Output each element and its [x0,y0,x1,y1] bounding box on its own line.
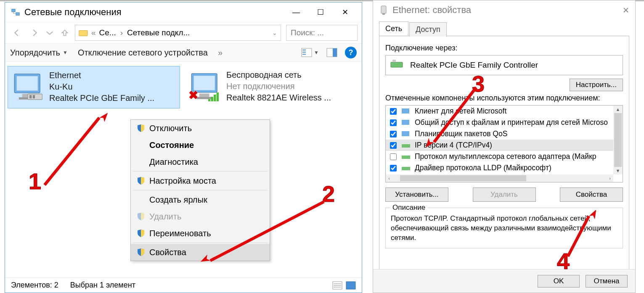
component-item[interactable]: Драйвер протокола LLDP (Майкрософт) [386,162,613,174]
preview-pane-icon[interactable] [326,48,337,57]
breadcrumb-seg[interactable]: Се... [99,28,116,37]
help-button[interactable]: ? [345,47,357,58]
menu-delete[interactable]: Удалить [131,208,270,225]
breadcrumb-seg[interactable]: Сетевые подкл... [127,28,190,37]
menu-status[interactable]: Состояние [131,137,270,153]
toolbar: Упорядочить▼ Отключение сетевого устройс… [5,43,362,62]
disconnected-x-icon: ✖ [188,88,198,102]
menu-rename[interactable]: Переименовать [131,225,270,242]
remove-button[interactable]: Удалить [473,187,536,202]
svg-rect-14 [79,31,87,36]
description-group: Описание Протокол TCP/IP. Стандартный пр… [385,208,623,248]
adapter-icon [390,60,404,71]
svg-rect-18 [302,54,306,55]
ok-button[interactable]: OK [538,275,580,288]
up-button[interactable] [57,25,72,40]
connection-ethernet[interactable]: Ethernet Ku-Ku Realtek PCIe GbE Family .… [8,66,180,108]
menu-diagnose[interactable]: Диагностика [131,153,270,170]
status-selected: Выбран 1 элемент [70,281,135,290]
component-item[interactable]: Протокол мультиплексора сетевого адаптер… [386,151,613,162]
search-placeholder: Поиск: ... [291,28,324,37]
svg-rect-35 [402,167,410,170]
tab-sharing[interactable]: Доступ [409,22,447,37]
connection-status: Ku-Ku [49,82,154,92]
menu-bridge[interactable]: Настройка моста [131,172,270,189]
svg-rect-16 [302,50,306,50]
component-item[interactable]: Общий доступ к файлам и принтерам для се… [386,117,613,128]
svg-rect-30 [402,108,409,114]
network-icon [11,8,20,17]
component-icon [401,142,411,149]
svg-rect-33 [402,144,410,148]
component-icon [401,164,411,172]
overflow-button[interactable]: » [218,48,223,58]
connection-wireless[interactable]: ✖ Беспроводная сеть Нет подключения Real… [185,66,358,108]
status-bar: Элементов: 2 Выбран 1 элемент [5,277,362,293]
minimize-button[interactable]: ― [285,5,307,19]
status-element-count: Элементов: 2 [11,281,58,290]
svg-rect-31 [402,120,409,125]
shield-icon [137,177,145,185]
context-menu: Отключить Состояние Диагностика Настройк… [130,119,270,261]
description-text: Протокол TCP/IP. Стандартный протокол гл… [391,214,617,243]
tab-panel: Подключение через: Realtek PCIe GbE Fami… [379,36,629,275]
component-icon [401,108,411,115]
adapter-title-icon [379,5,388,15]
vertical-scrollbar[interactable]: ▲▼ [613,106,623,174]
dialog-footer: OK Отмена [373,269,635,293]
svg-rect-27 [382,13,385,15]
adapter-name: Realtek PCIe GbE Family Controller [410,61,538,70]
maximize-button[interactable]: ☐ [310,5,331,19]
connection-adapter: Realtek 8821AE Wireless ... [226,93,331,103]
shield-icon [137,248,145,256]
network-connections-window: Сетевые подключения ― ☐ ✕ « Се... › Сете… [5,2,362,293]
folder-icon [79,29,88,37]
svg-rect-20 [333,48,337,57]
shield-icon [137,212,145,221]
menu-create-shortcut[interactable]: Создать ярлык [131,191,270,208]
dialog-close-button[interactable]: ✕ [623,5,629,15]
component-icon [401,153,411,161]
tab-strip: Сеть Доступ [379,21,629,36]
horizontal-scrollbar[interactable]: ‹› [386,174,613,182]
connect-via-label: Подключение через: [385,44,623,53]
svg-rect-17 [302,52,306,53]
component-item[interactable]: Клиент для сетей Microsoft [386,106,613,117]
large-icons-view-icon[interactable] [346,281,356,290]
svg-rect-25 [346,282,355,289]
disable-device-button[interactable]: Отключение сетевого устройства [78,48,208,58]
svg-rect-29 [392,60,396,62]
component-icon [401,119,411,127]
install-button[interactable]: Установить... [385,187,448,202]
component-item-ipv4[interactable]: IP версии 4 (TCP/IPv4) [386,140,613,151]
back-button[interactable] [9,25,24,40]
menu-disable[interactable]: Отключить [131,120,270,137]
view-button[interactable]: ▼ [301,48,319,57]
forward-button[interactable] [27,25,42,40]
window-title: Сетевые подключения [24,7,122,18]
components-list: Клиент для сетей Microsoft Общий доступ … [385,105,623,182]
properties-button[interactable]: Свойства [560,187,623,202]
component-item[interactable]: Планировщик пакетов QoS [386,128,613,140]
svg-rect-12 [12,9,15,12]
wireless-icon: ✖ [189,70,220,101]
tab-network[interactable]: Сеть [379,21,408,36]
dialog-title: Ethernet: свойства [392,5,471,16]
search-box[interactable]: Поиск: ... [286,25,358,41]
menu-properties[interactable]: Свойства [131,244,270,261]
organize-button[interactable]: Упорядочить▼ [10,48,68,58]
recent-locations-button[interactable] [45,25,55,40]
shield-icon [137,229,145,238]
nav-bar: « Се... › Сетевые подкл... ⌄ Поиск: ... [5,22,362,43]
close-button[interactable]: ✕ [334,5,356,19]
svg-rect-28 [391,62,403,67]
connection-adapter: Realtek PCIe GbE Family ... [49,93,154,103]
window-titlebar: Сетевые подключения ― ☐ ✕ [5,3,362,22]
details-view-icon[interactable] [332,281,342,290]
ethernet-icon [12,71,43,102]
address-bar[interactable]: « Се... › Сетевые подкл... ⌄ [75,25,281,41]
cancel-button[interactable]: Отмена [586,275,628,288]
adapter-box: Realtek PCIe GbE Family Controller [385,55,623,75]
svg-rect-34 [402,156,410,159]
configure-button[interactable]: Настроить... [570,79,623,91]
